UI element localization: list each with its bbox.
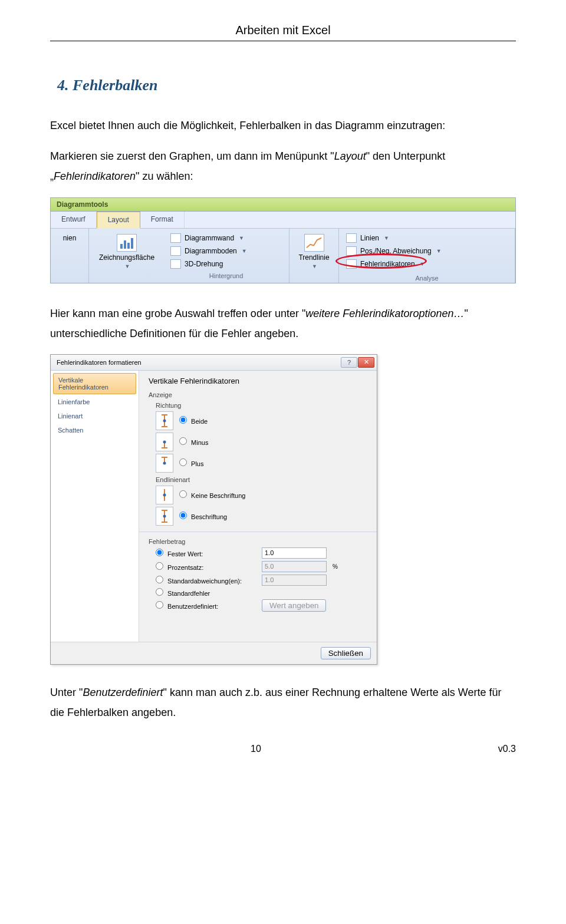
wall-icon (170, 233, 181, 243)
tab-layout[interactable]: Layout (97, 212, 140, 229)
radio-fester-wert[interactable]: Fester Wert: (156, 549, 203, 557)
tab-format[interactable]: Format (140, 212, 185, 228)
linien-button[interactable]: Linien▼ (345, 232, 509, 244)
fester-wert-input[interactable] (262, 547, 327, 559)
endlinienart-label: Endlinienart (156, 476, 367, 483)
dialog-heading: Vertikale Fehlerindikatoren (149, 377, 367, 385)
dir-minus-icon (156, 433, 173, 451)
radio-beide[interactable]: Beide (179, 416, 208, 425)
hintergrund-group-label: Hintergrund (169, 271, 283, 279)
tab-entwurf[interactable]: Entwurf (51, 212, 97, 228)
richtung-label: Richtung (156, 402, 367, 409)
svg-point-15 (163, 514, 166, 517)
3d-rotation-button[interactable]: 3D-Drehung (169, 258, 283, 270)
dialog-title: Fehlerindikatoren formatieren (57, 359, 142, 366)
radio-cap[interactable]: Beschriftung (179, 512, 227, 520)
excel-ribbon: Diagrammtools Entwurf Layout Format nien… (50, 197, 516, 283)
section-heading: 4. Fehlerbalken (57, 77, 516, 94)
updown-bars-icon (346, 246, 357, 256)
chevron-down-icon: ▼ (125, 263, 130, 269)
dir-plus-icon (156, 454, 173, 473)
lines-icon (346, 233, 357, 243)
radio-stdabw[interactable]: Standardabweichung(en): (156, 576, 242, 585)
close-icon: ✕ (364, 358, 369, 366)
help-button[interactable]: ? (341, 357, 357, 368)
radio-standardfehler[interactable]: Standardfehler (156, 588, 210, 597)
diagrammwand-button[interactable]: Diagrammwand▼ (169, 232, 283, 244)
wert-angeben-button[interactable]: Wert angeben (262, 599, 326, 612)
stdabw-input (262, 575, 327, 586)
paragraph-3: Hier kann man eine grobe Auswahl treffen… (50, 303, 516, 344)
nav-line-color[interactable]: Linienfarbe (53, 395, 136, 408)
ribbon-slice-label: nien (63, 234, 77, 242)
page-number: 10 (251, 744, 261, 754)
radio-no-cap[interactable]: Keine Beschriftung (179, 490, 245, 499)
rotate-3d-icon (170, 259, 181, 269)
radio-minus[interactable]: Minus (179, 437, 208, 446)
radio-benutzerdefiniert[interactable]: Benutzerdefiniert: (156, 601, 218, 610)
nav-vertical-error-bars[interactable]: Vertikale Fehlerindikatoren (53, 373, 136, 394)
document-header: Arbeiten mit Excel (50, 24, 516, 41)
svg-point-11 (163, 493, 166, 496)
trendlinie-button[interactable]: Trendlinie ▼ (295, 232, 333, 271)
version-label: v0.3 (498, 744, 516, 754)
ribbon-slice-left[interactable]: nien (57, 232, 83, 244)
floor-icon (170, 246, 181, 256)
zeichnungsflaeche-button[interactable]: Zeichnungsfläche ▼ (95, 232, 159, 282)
zeichnungsflaeche-label: Zeichnungsfläche (99, 253, 154, 262)
cap-icon (156, 507, 173, 526)
analyse-group-label: Analyse (345, 273, 509, 282)
nav-line-style[interactable]: Linienart (53, 410, 136, 423)
ribbon-tabs: Entwurf Layout Format (51, 212, 515, 229)
anzeige-label: Anzeige (149, 391, 367, 398)
error-bars-format-dialog: Fehlerindikatoren formatieren ? ✕ Vertik… (50, 354, 377, 665)
radio-plus[interactable]: Plus (179, 458, 203, 467)
window-close-button[interactable]: ✕ (358, 357, 374, 368)
nocap-icon (156, 486, 173, 504)
chart-area-icon (117, 234, 137, 252)
fehlerindikatoren-button[interactable]: Fehlerindikatoren▼ (345, 258, 509, 270)
ribbon-contextual-title: Diagrammtools (51, 198, 515, 212)
svg-point-6 (163, 440, 166, 443)
paragraph-1: Excel bietet Ihnen auch die Möglichkeit,… (50, 116, 516, 136)
fehlerbetrag-label: Fehlerbetrag (149, 538, 367, 545)
svg-point-3 (163, 419, 166, 422)
diagrammboden-button[interactable]: Diagrammboden▼ (169, 245, 283, 257)
posneg-button[interactable]: Pos./Neg. Abweichung▼ (345, 245, 509, 257)
svg-point-9 (163, 461, 166, 464)
close-button[interactable]: Schließen (321, 647, 371, 659)
help-icon: ? (347, 359, 351, 366)
paragraph-2: Markieren sie zuerst den Graphen, um dan… (50, 146, 516, 186)
trendline-icon (304, 234, 324, 252)
error-bars-icon (346, 259, 357, 269)
dialog-nav: Vertikale Fehlerindikatoren Linienfarbe … (51, 371, 139, 642)
paragraph-4: Unter "Benutzerdefiniert" kann man auch … (50, 682, 516, 722)
percent-suffix: % (333, 563, 338, 570)
page-footer: 10 v0.3 (50, 744, 516, 754)
prozentsatz-input (262, 561, 327, 572)
radio-prozentsatz[interactable]: Prozentsatz: (156, 562, 203, 571)
dir-both-icon (156, 411, 173, 430)
nav-shadow[interactable]: Schatten (53, 424, 136, 437)
